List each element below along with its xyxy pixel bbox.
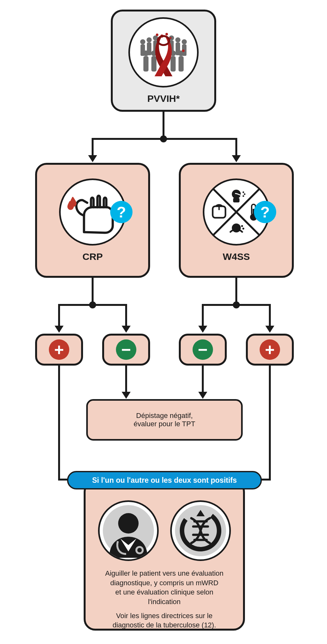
connector [125, 366, 127, 392]
negative-outcome-line1: Dépistage négatif, [134, 412, 195, 420]
svg-point-39 [232, 224, 241, 232]
arrow-down-icon [122, 326, 131, 333]
final-line4: l'indication [105, 597, 224, 607]
svg-point-30 [243, 192, 244, 193]
help-icon[interactable]: ? [254, 201, 276, 223]
final-line3: et une évaluation clinique selon [105, 587, 224, 597]
svg-point-41 [242, 228, 244, 230]
svg-point-21 [165, 33, 168, 35]
arrow-down-icon [265, 326, 274, 333]
crp-positive-result: + [35, 334, 83, 366]
start-label: PVVIH* [147, 93, 180, 104]
svg-point-12 [143, 50, 149, 56]
final-line1: Aiguiller le patient vers une évaluation [105, 569, 224, 578]
minus-icon: − [116, 339, 136, 360]
connector [92, 278, 94, 303]
arrow-down-icon [232, 155, 241, 162]
svg-point-22 [156, 34, 158, 36]
svg-point-40 [241, 225, 243, 227]
w4ss-positive-result: + [246, 334, 294, 366]
svg-point-8 [175, 37, 180, 42]
connector [58, 304, 127, 306]
svg-point-29 [232, 190, 241, 199]
w4ss-node: ? W4SS [179, 163, 294, 278]
flowchart-canvas: PVVIH* [0, 0, 327, 644]
connector [92, 138, 237, 140]
connector [202, 304, 204, 326]
hiv-ribbon-people-icon [128, 17, 199, 87]
svg-point-10 [182, 39, 187, 44]
connector [92, 138, 94, 156]
connector [269, 304, 271, 326]
plus-icon: + [260, 339, 280, 360]
final-sub1: Voir les lignes directrices sur le [105, 611, 224, 621]
connector [202, 304, 271, 306]
svg-point-0 [140, 39, 145, 44]
svg-rect-19 [179, 56, 184, 72]
start-node: PVVIH* [111, 10, 216, 112]
final-line2: diagnostique, y compris un mWRD [105, 578, 224, 588]
svg-point-32 [243, 195, 244, 197]
positive-banner: Si l'un ou l'autre ou les deux sont posi… [67, 471, 262, 489]
connector [235, 138, 237, 156]
clinician-icon [98, 500, 159, 561]
svg-point-45 [118, 513, 139, 534]
dna-helix-icon [170, 500, 231, 561]
svg-rect-13 [143, 56, 148, 72]
final-sub2: diagnostic de la tuberculose (12). [105, 620, 224, 630]
svg-rect-17 [171, 56, 176, 72]
connector [163, 112, 164, 137]
connector [202, 366, 204, 392]
svg-point-2 [147, 37, 152, 42]
help-icon[interactable]: ? [110, 201, 133, 223]
w4ss-negative-result: − [179, 334, 227, 366]
final-node: Aiguiller le patient vers une évaluation… [84, 481, 245, 631]
svg-point-23 [170, 37, 171, 39]
minus-icon: − [193, 339, 213, 360]
svg-point-24 [182, 49, 185, 52]
crp-node: ? CRP [35, 163, 150, 278]
svg-rect-15 [151, 56, 156, 72]
connector [269, 366, 271, 481]
arrow-down-icon [198, 392, 207, 399]
negative-outcome-line2: évaluer pour le TPT [134, 420, 195, 428]
arrow-down-icon [88, 155, 97, 162]
connector [58, 304, 60, 326]
svg-rect-33 [233, 198, 240, 202]
connector [58, 366, 60, 481]
crp-label: CRP [82, 251, 103, 262]
arrow-down-icon [122, 392, 131, 399]
arrow-down-icon [198, 326, 207, 333]
w4ss-label: W4SS [223, 251, 250, 262]
connector [125, 304, 127, 326]
svg-point-31 [244, 193, 246, 195]
connector [235, 278, 237, 303]
plus-icon: + [49, 339, 69, 360]
negative-outcome-node: Dépistage négatif, évaluer pour le TPT [86, 399, 243, 441]
crp-negative-result: − [102, 334, 150, 366]
arrow-down-icon [55, 326, 64, 333]
